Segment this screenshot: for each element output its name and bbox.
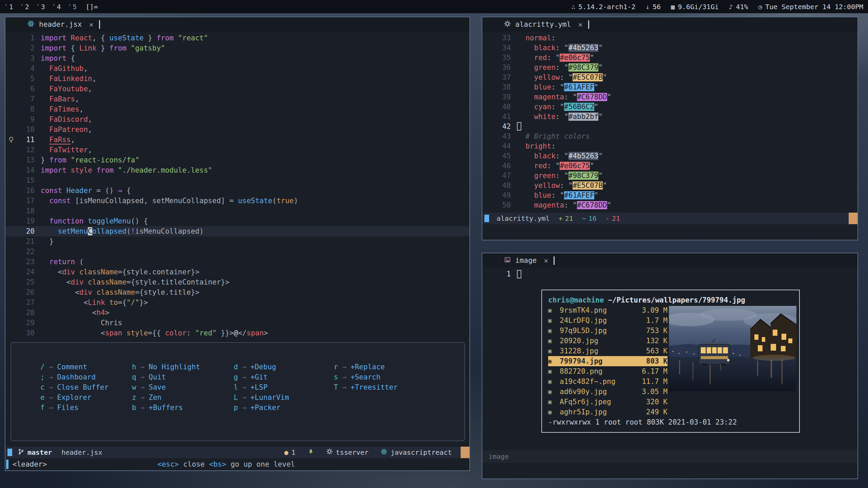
line-text: const [isMenuCollapsed, setMenuCollapsed… — [41, 197, 298, 205]
arrow-icon: → — [242, 373, 247, 381]
line-number: 1 — [17, 34, 35, 42]
whichkey-column: d→+Debugg→+Gitl→+LSPL→+LunarVimp→+Packer — [234, 362, 334, 413]
whichkey-item: c→Close Buffer — [40, 382, 132, 392]
updates-icon: ↓ — [646, 3, 650, 11]
code-line: 49 blue: "#61AFEF" — [482, 190, 857, 200]
statusline-left: master header.jsx ● 1 tsserver javascrip… — [5, 447, 469, 458]
code-line: 36 green: "#98C379" — [482, 62, 857, 72]
line-text: blue: "#61AFEF" — [517, 83, 598, 91]
git-branch[interactable]: master — [18, 448, 52, 457]
statusline-image: image — [482, 450, 857, 463]
whichkey-key: e — [40, 393, 45, 402]
tab-close-icon[interactable]: × — [544, 256, 548, 265]
tab-header-jsx[interactable]: header.jsx × — [27, 20, 94, 29]
file-size: 132 K — [646, 337, 668, 345]
line-number: 30 — [17, 329, 35, 337]
arrow-icon: → — [140, 393, 145, 402]
line-number: 10 — [17, 125, 35, 134]
line-number: 35 — [482, 54, 511, 62]
wallpaper-preview-image — [669, 306, 796, 391]
line-number: 19 — [17, 217, 35, 225]
diagnostics[interactable]: ● 1 — [284, 448, 295, 456]
line-text — [517, 122, 521, 131]
code-line: 4 FaGithub, — [5, 63, 469, 74]
mode-indicator — [7, 449, 12, 456]
code-line: 35 red: "#e06c75" — [482, 53, 857, 62]
whichkey-item: s→+Search — [334, 372, 464, 382]
tab-close-icon[interactable]: × — [89, 20, 93, 29]
tabline-cursor — [554, 256, 555, 265]
git-branch-icon — [18, 448, 24, 457]
gear-icon — [326, 448, 333, 456]
window-editor-headerjsx[interactable]: header.jsx × 1import React, { useState }… — [5, 17, 470, 471]
file-name: a19c482f~.png — [560, 377, 642, 386]
workspace-switcher[interactable]: ¹1²2³3⁴4⁵5 — [5, 3, 77, 11]
line-number: 13 — [17, 156, 35, 164]
whichkey-popup: /→Comment;→Dashboardc→Close Buffere→Expl… — [11, 342, 465, 441]
workspace-1[interactable]: ¹1 — [5, 3, 13, 11]
git-branch-name: master — [27, 448, 52, 456]
workspace-5[interactable]: ⁵5 — [69, 3, 77, 11]
workspace-4[interactable]: ⁴4 — [53, 3, 61, 11]
line-number: 9 — [17, 115, 35, 123]
line-number: 29 — [17, 319, 35, 327]
code-line: 7 FaBars, — [5, 94, 469, 104]
tab-image[interactable]: image × — [504, 256, 548, 265]
code-line: 17 const [isMenuCollapsed, setMenuCollap… — [5, 196, 469, 206]
statusline-alacritty: alacritty.yml + 21 ~ 16 - 21 — [482, 213, 857, 224]
workspace-2[interactable]: ²2 — [21, 3, 29, 11]
code-line: 28 <h4> — [5, 308, 469, 318]
file-details: -rwxrwxrwx 1 root root 803K 2021-03-01 2… — [548, 417, 793, 427]
image-file-icon: ▣ — [548, 409, 560, 415]
line-text: blue: "#61AFEF" — [517, 191, 598, 199]
line-text: import React, { useState } from "react" — [41, 34, 208, 42]
whichkey-item: r→+Replace — [334, 362, 464, 372]
image-file-icon — [504, 256, 511, 265]
line-number: 20 — [17, 227, 35, 235]
file-row: ▣20920.jpg132 K — [548, 336, 668, 346]
statusline-filename: header.jsx — [61, 448, 102, 456]
code-line: 20 setMenuCollapsed(!isMenuCollapsed) — [5, 226, 469, 236]
line-number: 47 — [482, 172, 511, 180]
whichkey-key: ; — [40, 373, 45, 381]
whichkey-item: z→Zen — [132, 392, 234, 403]
tab-close-icon[interactable]: × — [578, 20, 582, 29]
diagnostic-count: 1 — [291, 448, 295, 456]
code-area-alacritty-yml[interactable]: 33 normal:34 black: "#4b5263"35 red: "#e… — [482, 32, 857, 213]
line-number: 41 — [482, 113, 511, 121]
whichkey-item: b→+Buffers — [132, 403, 234, 413]
whichkey-item: l→+LSP — [234, 382, 334, 392]
prompt-line: chris@machine ~/Pictures/wallpapers/7997… — [548, 295, 793, 305]
tab-title: image — [515, 256, 537, 265]
whichkey-item: L→+LunarVim — [234, 392, 334, 403]
whichkey-item: ;→Dashboard — [40, 372, 132, 382]
line-text: red: "#e06c75" — [517, 54, 594, 62]
file-size: 753 K — [646, 327, 668, 335]
whichkey-key: l — [234, 383, 238, 391]
status-updates-value: 56 — [653, 3, 661, 11]
file-size: 1.7 M — [646, 316, 668, 325]
image-buffer-area[interactable]: 1 chris@machine ~/Pictures/wallpapers/79… — [482, 268, 857, 450]
code-line: 44 bright: — [482, 141, 857, 151]
line-text: FaLinkedin, — [41, 75, 96, 83]
line-text: <div className={style.title}> — [41, 288, 199, 296]
tab-alacritty-yml[interactable]: alacritty.yml × — [504, 20, 583, 29]
file-size: 803 K — [646, 357, 668, 365]
workspace-3[interactable]: ³3 — [37, 3, 45, 11]
whichkey-item: q→Quit — [132, 372, 234, 382]
line-number: 11 — [17, 136, 35, 144]
line-text: green: "#98C379" — [517, 172, 603, 180]
tab-title: header.jsx — [39, 20, 82, 28]
line-number: 45 — [482, 152, 511, 160]
window-editor-alacritty-yml[interactable]: alacritty.yml × 33 normal:34 black: "#4b… — [482, 17, 858, 240]
window-image-preview[interactable]: image × 1 chris@machine ~/Pictures/wallp… — [482, 253, 858, 479]
image-file-icon: ▣ — [548, 317, 560, 324]
line-text: <div className={style.container}> — [41, 268, 199, 276]
code-line: 33 normal: — [482, 33, 857, 43]
code-line: 23 return ( — [5, 257, 469, 267]
git-modified-icon: ~ — [582, 214, 586, 222]
line-number: 50 — [482, 201, 511, 209]
arrow-icon: → — [49, 363, 53, 371]
arrow-icon: → — [140, 383, 145, 391]
whichkey-label: +Git — [250, 373, 268, 381]
